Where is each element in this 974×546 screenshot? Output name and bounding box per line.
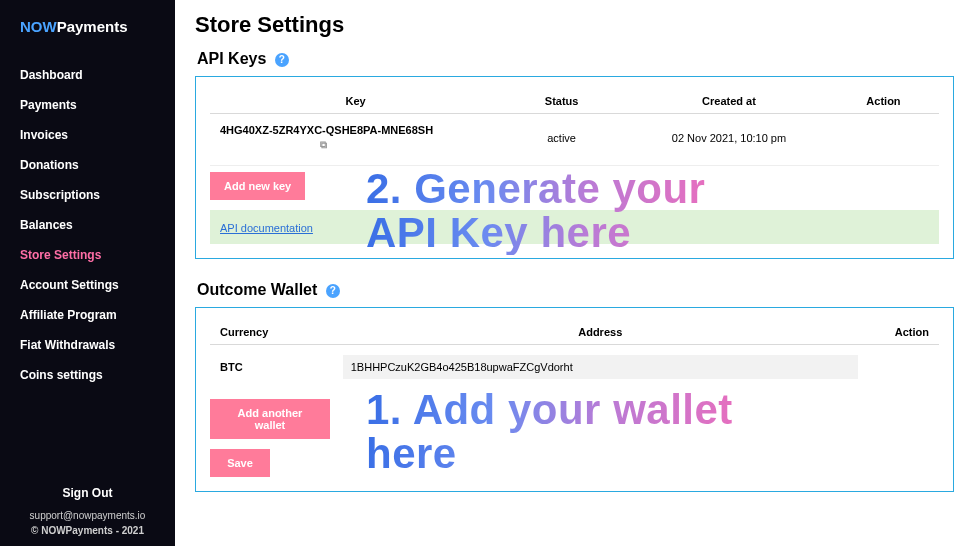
wallet-buttons: Add another wallet Save xyxy=(210,399,939,477)
nav-invoices[interactable]: Invoices xyxy=(0,120,175,150)
copy-icon[interactable]: ⧉ xyxy=(320,139,497,151)
api-created-cell: 02 Nov 2021, 10:10 pm xyxy=(626,132,832,144)
save-wallet-button[interactable]: Save xyxy=(210,449,270,477)
help-icon[interactable]: ? xyxy=(326,284,340,298)
sidebar-footer: Sign Out support@nowpayments.io © NOWPay… xyxy=(0,480,175,536)
wallet-currency: BTC xyxy=(214,361,343,373)
support-email[interactable]: support@nowpayments.io xyxy=(0,510,175,525)
api-status-cell: active xyxy=(497,132,626,144)
col-currency: Currency xyxy=(214,326,343,338)
nav-subscriptions[interactable]: Subscriptions xyxy=(0,180,175,210)
api-keys-panel: Key Status Created at Action 4HG40XZ-5ZR… xyxy=(195,76,954,259)
col-status: Status xyxy=(497,95,626,107)
logo: NOWPayments xyxy=(0,18,175,60)
main-content: Store Settings API Keys ? Key Status Cre… xyxy=(175,0,974,546)
nav-affiliate[interactable]: Affiliate Program xyxy=(0,300,175,330)
wallet-address-value[interactable]: 1BHHPCzuK2GB4o425B18upwaFZCgVdorht xyxy=(343,355,858,379)
col-created: Created at xyxy=(626,95,832,107)
col-address: Address xyxy=(343,326,858,338)
col-key: Key xyxy=(214,95,497,107)
nav: Dashboard Payments Invoices Donations Su… xyxy=(0,60,175,390)
help-icon[interactable]: ? xyxy=(275,53,289,67)
nav-account-settings[interactable]: Account Settings xyxy=(0,270,175,300)
wallet-address-cell: 1BHHPCzuK2GB4o425B18upwaFZCgVdorht xyxy=(343,355,858,379)
wallet-table-row: BTC 1BHHPCzuK2GB4o425B18upwaFZCgVdorht xyxy=(210,345,939,389)
api-key-cell: 4HG40XZ-5ZR4YXC-QSHE8PA-MNE68SH ⧉ xyxy=(214,124,497,151)
wallet-table-head: Currency Address Action xyxy=(210,320,939,345)
api-table-head: Key Status Created at Action xyxy=(210,89,939,114)
nav-fiat-withdrawals[interactable]: Fiat Withdrawals xyxy=(0,330,175,360)
api-keys-title: API Keys xyxy=(197,50,266,67)
col-action: Action xyxy=(832,95,935,107)
sidebar: NOWPayments Dashboard Payments Invoices … xyxy=(0,0,175,546)
logo-pay: Payments xyxy=(57,18,128,35)
nav-donations[interactable]: Donations xyxy=(0,150,175,180)
page-title: Store Settings xyxy=(195,12,954,38)
nav-store-settings[interactable]: Store Settings xyxy=(0,240,175,270)
nav-payments[interactable]: Payments xyxy=(0,90,175,120)
wallet-heading: Outcome Wallet ? xyxy=(197,281,954,299)
api-doc-row: API documentation xyxy=(210,210,939,244)
signout-link[interactable]: Sign Out xyxy=(0,480,175,510)
api-keys-heading: API Keys ? xyxy=(197,50,954,68)
copyright: © NOWPayments - 2021 xyxy=(0,525,175,536)
api-key-value: 4HG40XZ-5ZR4YXC-QSHE8PA-MNE68SH xyxy=(220,124,433,136)
api-doc-link[interactable]: API documentation xyxy=(220,222,313,234)
api-table-row: 4HG40XZ-5ZR4YXC-QSHE8PA-MNE68SH ⧉ active… xyxy=(210,114,939,166)
wallet-title: Outcome Wallet xyxy=(197,281,317,298)
add-key-button[interactable]: Add new key xyxy=(210,172,305,200)
add-wallet-button[interactable]: Add another wallet xyxy=(210,399,330,439)
logo-now: NOW xyxy=(20,18,57,35)
nav-dashboard[interactable]: Dashboard xyxy=(0,60,175,90)
col-action: Action xyxy=(858,326,935,338)
nav-balances[interactable]: Balances xyxy=(0,210,175,240)
wallet-panel: Currency Address Action BTC 1BHHPCzuK2GB… xyxy=(195,307,954,492)
nav-coins-settings[interactable]: Coins settings xyxy=(0,360,175,390)
